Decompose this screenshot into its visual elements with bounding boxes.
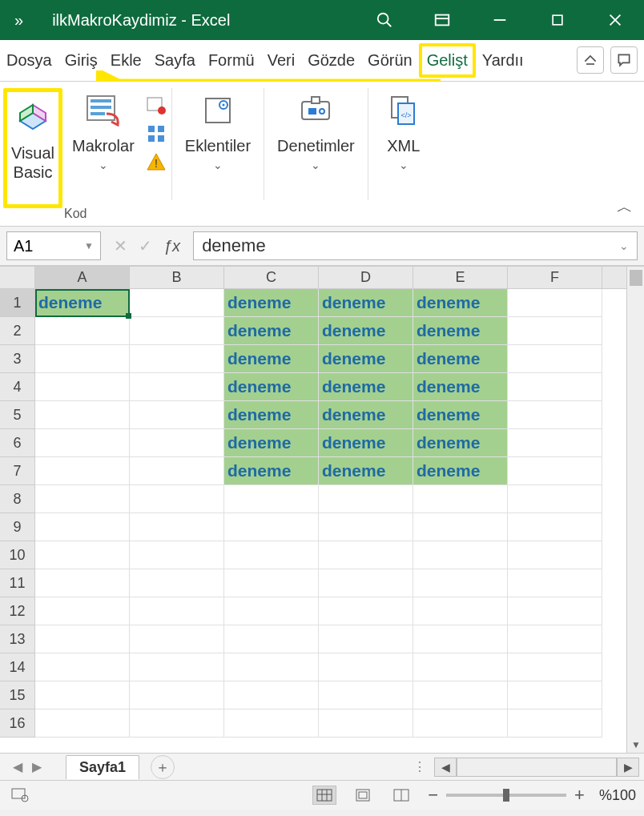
cell-E4[interactable]: deneme [413, 373, 508, 401]
maximize-button[interactable] [529, 0, 586, 40]
cell-B12[interactable] [130, 597, 224, 625]
cell-E11[interactable] [413, 569, 508, 597]
cell-A15[interactable] [35, 681, 130, 709]
cell-B2[interactable] [130, 317, 224, 345]
cell-D6[interactable]: deneme [319, 429, 413, 457]
qat-overflow[interactable]: » [0, 11, 38, 30]
minimize-button[interactable] [471, 0, 529, 40]
hscroll-split-icon[interactable]: ⋮ [413, 759, 434, 774]
row-header-6[interactable]: 6 [0, 429, 35, 457]
zoom-out-icon[interactable]: − [428, 785, 438, 806]
visual-basic-button[interactable]: Visual Basic [3, 88, 62, 208]
cell-F10[interactable] [508, 541, 602, 569]
cell-D5[interactable]: deneme [319, 401, 413, 429]
macro-record-status-icon[interactable] [8, 786, 32, 805]
cell-F5[interactable] [508, 401, 602, 429]
cell-C3[interactable]: deneme [224, 345, 319, 373]
cell-C2[interactable]: deneme [224, 317, 319, 345]
cell-F3[interactable] [508, 345, 602, 373]
row-header-9[interactable]: 9 [0, 513, 35, 541]
cell-E8[interactable] [413, 485, 508, 513]
cell-F14[interactable] [508, 653, 602, 681]
cell-A8[interactable] [35, 485, 130, 513]
cell-E16[interactable] [413, 709, 508, 738]
cell-A9[interactable] [35, 513, 130, 541]
cell-C14[interactable] [224, 653, 319, 681]
cell-F9[interactable] [508, 513, 602, 541]
sheet-nav-next-icon[interactable]: ▶ [27, 759, 46, 774]
column-header-B[interactable]: B [130, 267, 224, 288]
tab-formul[interactable]: Formü [202, 43, 261, 78]
row-header-10[interactable]: 10 [0, 541, 35, 569]
row-header-16[interactable]: 16 [0, 709, 35, 738]
row-header-4[interactable]: 4 [0, 373, 35, 401]
cell-C8[interactable] [224, 485, 319, 513]
cell-A13[interactable] [35, 625, 130, 653]
cell-D12[interactable] [319, 597, 413, 625]
row-header-13[interactable]: 13 [0, 625, 35, 653]
collapse-ribbon-button[interactable]: ︿ [617, 196, 633, 218]
grid-body[interactable]: 1denemedenemedenemedeneme2denemedenemede… [0, 289, 644, 753]
column-header-C[interactable]: C [224, 267, 319, 288]
sheet-nav[interactable]: ◀ ▶ [0, 759, 54, 774]
tab-yardim[interactable]: Yardıı [476, 43, 530, 78]
row-header-8[interactable]: 8 [0, 485, 35, 513]
view-page-break-icon[interactable] [389, 786, 413, 805]
tab-ekle[interactable]: Ekle [104, 43, 148, 78]
hscroll-right-button[interactable]: ▶ [617, 758, 639, 777]
ribbon-display-options[interactable] [413, 0, 471, 40]
cell-E2[interactable]: deneme [413, 317, 508, 345]
comments-button[interactable] [610, 46, 638, 74]
row-header-15[interactable]: 15 [0, 681, 35, 709]
row-header-11[interactable]: 11 [0, 569, 35, 597]
view-normal-icon[interactable] [312, 786, 336, 805]
cell-F8[interactable] [508, 485, 602, 513]
cell-E7[interactable]: deneme [413, 457, 508, 485]
cell-B3[interactable] [130, 345, 224, 373]
cell-B9[interactable] [130, 513, 224, 541]
hscroll-track[interactable] [457, 758, 617, 777]
cell-A1[interactable]: deneme [35, 289, 130, 317]
makrolar-button[interactable]: Makrolar ⌄ [62, 88, 144, 208]
cell-A16[interactable] [35, 709, 130, 738]
search-button[interactable] [356, 0, 413, 40]
cell-D1[interactable]: deneme [319, 289, 413, 317]
cell-A7[interactable] [35, 457, 130, 485]
cell-A2[interactable] [35, 317, 130, 345]
cell-D16[interactable] [319, 709, 413, 738]
cell-A10[interactable] [35, 541, 130, 569]
tab-gorunum[interactable]: Görün [361, 43, 419, 78]
cell-D13[interactable] [319, 625, 413, 653]
tab-giris[interactable]: Giriş [58, 43, 104, 78]
vscroll-thumb[interactable] [630, 270, 642, 286]
xml-button[interactable]: </> XML ⌄ [372, 88, 436, 208]
view-page-layout-icon[interactable] [351, 786, 375, 805]
cell-D14[interactable] [319, 653, 413, 681]
tab-dosya[interactable]: Dosya [0, 43, 58, 78]
cell-D4[interactable]: deneme [319, 373, 413, 401]
cell-B16[interactable] [130, 709, 224, 738]
column-header-E[interactable]: E [413, 267, 508, 288]
cell-E15[interactable] [413, 681, 508, 709]
record-macro-icon[interactable] [144, 93, 168, 117]
cell-F7[interactable] [508, 457, 602, 485]
cell-F11[interactable] [508, 569, 602, 597]
cell-D2[interactable]: deneme [319, 317, 413, 345]
cell-C13[interactable] [224, 625, 319, 653]
cell-E1[interactable]: deneme [413, 289, 508, 317]
tab-gelistirici[interactable]: Gelişt [419, 43, 476, 78]
row-header-14[interactable]: 14 [0, 653, 35, 681]
name-box[interactable]: A1 ▼ [6, 231, 101, 260]
cell-C1[interactable]: deneme [224, 289, 319, 317]
cell-F1[interactable] [508, 289, 602, 317]
cell-D9[interactable] [319, 513, 413, 541]
zoom-level[interactable]: %100 [599, 787, 636, 804]
cell-D8[interactable] [319, 485, 413, 513]
cell-E6[interactable]: deneme [413, 429, 508, 457]
cell-A4[interactable] [35, 373, 130, 401]
name-box-dropdown-icon[interactable]: ▼ [84, 240, 94, 251]
cell-E13[interactable] [413, 625, 508, 653]
cell-F12[interactable] [508, 597, 602, 625]
vertical-scrollbar[interactable]: ▲ ▼ [626, 267, 644, 753]
cell-A6[interactable] [35, 429, 130, 457]
